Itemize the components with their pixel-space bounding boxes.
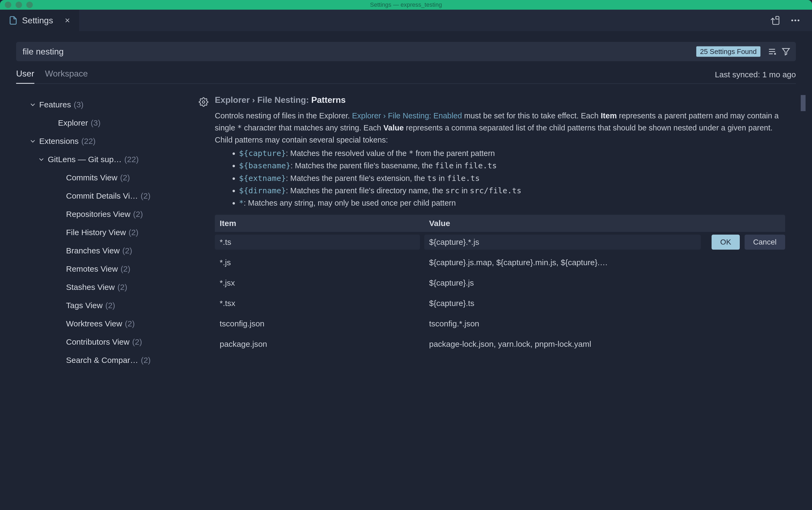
tree-item[interactable]: Worktrees View(2) (16, 314, 193, 333)
tree-item-label: Features (39, 100, 71, 109)
tree-item-count: (2) (141, 191, 151, 201)
tree-item-count: (3) (74, 100, 84, 109)
tree-item[interactable]: File History View(2) (16, 223, 193, 242)
tree-item-count: (2) (122, 246, 133, 255)
settings-tree: Features(3)Explorer(3)Extensions(22)GitL… (16, 90, 193, 510)
setting-title: Explorer › File Nesting: Patterns (215, 95, 785, 105)
tree-item-count: (2) (117, 283, 127, 292)
value-cell-input[interactable]: ${capture}.*.js (424, 235, 701, 250)
tree-item-count: (3) (91, 118, 101, 127)
svg-point-3 (202, 101, 205, 103)
tree-item-label: GitLens — Git sup… (48, 155, 122, 164)
setting-breadcrumb: Explorer › File Nesting: (215, 95, 309, 105)
tree-item-label: Stashes View (66, 283, 115, 292)
tree-item-label: Tags View (66, 301, 103, 310)
tree-item-label: Remotes View (66, 264, 118, 273)
link-file-nesting-enabled[interactable]: Explorer › File Nesting: Enabled (352, 111, 462, 120)
tree-item[interactable]: Tags View(2) (16, 296, 193, 314)
tree-item-count: (2) (128, 228, 139, 237)
filter-icon[interactable] (781, 47, 790, 56)
tab-label: Settings (22, 16, 53, 26)
settings-editor: 25 Settings Found User Workspace Last sy… (0, 31, 812, 510)
tree-item-label: Contributors View (66, 337, 129, 347)
table-header: Item Value (215, 215, 785, 232)
table-row[interactable]: *.tsx${capture}.ts (215, 293, 785, 313)
tree-item[interactable]: Extensions(22) (16, 132, 193, 150)
tree-item-count: (2) (105, 301, 115, 310)
token-item: *: Matches any string, may only be used … (239, 197, 785, 209)
value-cell: ${capture}.js (424, 278, 785, 288)
scope-row: User Workspace Last synced: 1 mo ago (16, 69, 796, 84)
svg-point-2 (798, 20, 800, 22)
tab-bar: Settings (0, 10, 812, 31)
token-list: ${capture}: Matches the resolved value o… (215, 147, 785, 209)
ok-button[interactable]: OK (712, 235, 740, 250)
item-cell: tsconfig.json (215, 319, 424, 328)
svg-point-1 (794, 20, 796, 22)
table-row[interactable]: *.ts${capture}.*.jsOKCancel (215, 232, 785, 252)
scope-tab-user[interactable]: User (16, 69, 34, 84)
tree-item-count: (2) (141, 356, 151, 365)
chevron-down-icon (37, 156, 45, 163)
setting-description: Controls nesting of files in the Explore… (215, 110, 785, 146)
titlebar: Settings — express_testing (0, 0, 812, 10)
tree-item-count: (2) (120, 173, 130, 182)
file-icon (8, 16, 18, 25)
results-count-badge: 25 Settings Found (696, 47, 760, 57)
tree-item-count: (2) (133, 210, 143, 219)
tree-item-count: (2) (132, 337, 142, 347)
close-tab-icon[interactable] (64, 17, 71, 24)
scope-tabs: User Workspace (16, 69, 88, 84)
tree-item[interactable]: Commits View(2) (16, 169, 193, 187)
settings-search-input[interactable] (16, 42, 796, 61)
tree-item[interactable]: Contributors View(2) (16, 333, 193, 351)
scrollbar-thumb[interactable] (801, 95, 806, 111)
gear-icon[interactable] (199, 97, 208, 107)
tree-item[interactable]: Explorer(3) (16, 114, 193, 132)
col-item-header: Item (215, 219, 424, 228)
close-window-button[interactable] (5, 2, 11, 8)
tree-item-label: Repositories View (66, 210, 130, 219)
tree-item[interactable]: Features(3) (16, 95, 193, 114)
value-cell: ${capture}.js.map, ${capture}.min.js, ${… (424, 258, 785, 267)
tree-item[interactable]: Remotes View(2) (16, 260, 193, 278)
open-settings-json-icon[interactable] (770, 15, 780, 26)
tree-item-count: (2) (121, 264, 130, 273)
table-row[interactable]: package.jsonpackage-lock.json, yarn.lock… (215, 334, 785, 354)
table-row[interactable]: tsconfig.jsontsconfig.*.json (215, 313, 785, 334)
tree-item-label: Worktrees View (66, 319, 122, 328)
tree-item-count: (22) (124, 155, 139, 164)
clear-search-icon[interactable] (767, 47, 777, 56)
token-item: ${extname}: Matches the parent file's ex… (239, 172, 785, 184)
tree-item-label: Search & Compar… (66, 356, 138, 365)
tree-item-label: Branches View (66, 246, 120, 255)
cancel-button[interactable]: Cancel (745, 235, 785, 250)
tree-item-label: Extensions (39, 137, 79, 146)
minimize-window-button[interactable] (16, 2, 22, 8)
token-item: ${capture}: Matches the resolved value o… (239, 147, 785, 159)
setting-detail: Explorer › File Nesting: Patterns Contro… (199, 90, 796, 510)
tree-item-label: Explorer (58, 118, 88, 127)
setting-name: Patterns (311, 95, 346, 105)
scope-tab-workspace[interactable]: Workspace (45, 69, 88, 84)
tree-item-label: File History View (66, 228, 126, 237)
tree-item[interactable]: Commit Details Vi…(2) (16, 187, 193, 205)
patterns-table: Item Value *.ts${capture}.*.jsOKCancel*.… (215, 215, 785, 354)
tree-item[interactable]: Branches View(2) (16, 242, 193, 260)
table-row[interactable]: *.jsx${capture}.js (215, 273, 785, 293)
tree-item[interactable]: Search & Compar…(2) (16, 351, 193, 369)
chevron-down-icon (29, 138, 36, 145)
zoom-window-button[interactable] (26, 2, 33, 8)
window-title: Settings — express_testing (370, 1, 442, 8)
tab-settings[interactable]: Settings (0, 10, 80, 31)
tree-item[interactable]: Repositories View(2) (16, 205, 193, 223)
item-cell-input[interactable]: *.ts (215, 235, 420, 250)
tree-item[interactable]: GitLens — Git sup…(22) (16, 150, 193, 169)
item-cell: *.js (215, 258, 424, 267)
item-cell: *.jsx (215, 278, 424, 288)
more-actions-icon[interactable] (790, 15, 801, 26)
sync-status[interactable]: Last synced: 1 mo ago (715, 70, 796, 84)
tree-item[interactable]: Stashes View(2) (16, 278, 193, 296)
svg-point-0 (791, 20, 793, 22)
table-row[interactable]: *.js${capture}.js.map, ${capture}.min.js… (215, 252, 785, 273)
